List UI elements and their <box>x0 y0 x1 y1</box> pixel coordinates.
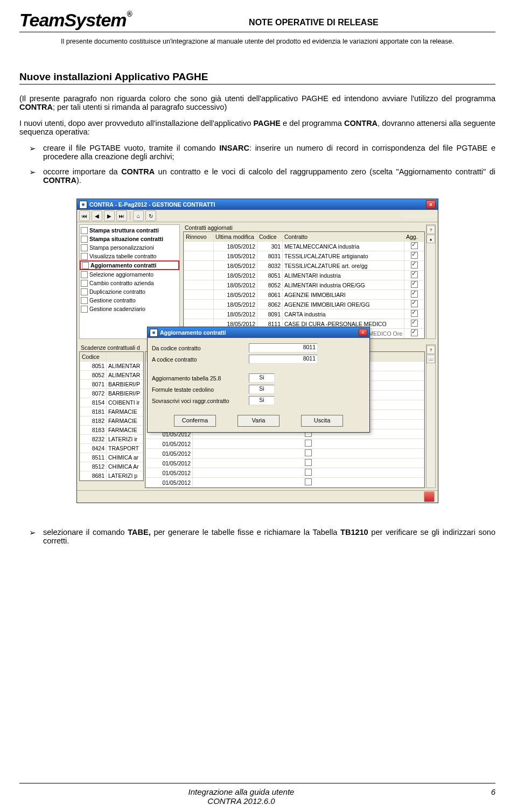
left-panel-item[interactable]: Visualizza tabelle contratto <box>80 252 179 260</box>
col-header[interactable]: Ultima modifica <box>214 232 257 242</box>
left-panel-label: Stampa personalizzazioni <box>89 244 154 251</box>
left-panel-item[interactable]: Stampa situazione contratti <box>80 235 179 243</box>
table-row[interactable]: 18/05/20128061AGENZIE IMMOBILIARI <box>184 290 424 300</box>
table-row[interactable]: 8071BARBIERI/P <box>80 380 143 389</box>
left-panel-item[interactable]: Duplicazione contratto <box>80 287 179 296</box>
table-row[interactable]: 8052ALIMENTAR <box>80 371 143 380</box>
checkbox-icon[interactable] <box>411 329 418 336</box>
table-row[interactable]: 8512CHIMICA Ar <box>80 462 143 471</box>
toolbar-refresh-icon[interactable]: ↻ <box>145 210 156 221</box>
table-row[interactable]: 8183FARMACIE <box>80 426 143 435</box>
toolbar-home-icon[interactable]: ⌂ <box>133 210 144 221</box>
checkbox-icon[interactable] <box>81 271 88 278</box>
table-row[interactable]: 01/05/2012 <box>146 468 424 478</box>
table-row[interactable]: 8072BARBIERI/P <box>80 389 143 398</box>
table-row[interactable]: 8511CHIMICA ar <box>80 453 143 462</box>
checkbox-icon[interactable] <box>305 478 312 485</box>
modal-input-agg258[interactable]: Si <box>249 373 275 383</box>
toolbar-last-icon[interactable]: ⏭ <box>116 210 127 221</box>
checkbox-icon[interactable] <box>81 280 88 287</box>
checkbox-icon[interactable] <box>81 227 88 234</box>
checkbox-icon[interactable] <box>81 288 88 295</box>
col-header[interactable]: Rinnovo <box>184 232 214 242</box>
checkbox-icon[interactable] <box>411 252 418 259</box>
modal-input-formule[interactable]: Si <box>249 385 275 394</box>
checkbox-icon[interactable] <box>305 440 312 447</box>
checkbox-icon[interactable] <box>411 291 418 298</box>
close-icon[interactable]: × <box>426 200 436 209</box>
modal-input-to[interactable]: 8011 <box>249 355 318 364</box>
checkbox-icon[interactable] <box>305 449 312 456</box>
table-row[interactable]: 01/05/2012 <box>146 458 424 468</box>
left-panel-label: Stampa situazione contratti <box>89 236 163 242</box>
table-row[interactable]: 01/05/2012 <box>146 439 424 449</box>
modal-label-sovra: Sovrascrivi voci raggr.contratto <box>152 398 249 404</box>
left-panel-item[interactable]: Aggiornamento contratti <box>80 260 179 270</box>
toolbar-first-icon[interactable]: ⏮ <box>79 210 90 221</box>
checkbox-icon[interactable] <box>411 262 418 269</box>
checkbox-icon[interactable] <box>81 236 88 243</box>
col-header[interactable]: Codice <box>257 232 283 242</box>
modal-confirm-button[interactable]: Conferma <box>174 415 216 427</box>
table-row[interactable]: 8154COIBENTI ir <box>80 398 143 407</box>
help-icon[interactable]: ? <box>427 225 435 234</box>
app-statusbar <box>77 490 438 503</box>
app-title: CONTRA - E-Pag2012 - GESTIONE CONTRATTI <box>89 201 426 208</box>
checkbox-icon[interactable] <box>81 306 88 313</box>
checkbox-icon[interactable] <box>81 297 88 304</box>
table-row[interactable]: 8424TRASPORT <box>80 444 143 453</box>
help-icon-2[interactable]: ? <box>427 345 435 354</box>
checkbox-icon[interactable] <box>305 459 312 466</box>
exit-icon[interactable] <box>424 491 435 502</box>
table-row[interactable]: 01/05/2012 <box>146 478 424 488</box>
checkbox-icon[interactable] <box>81 244 88 251</box>
checkbox-icon[interactable] <box>82 262 89 269</box>
table-row[interactable]: 18/05/2012301METALMECCANICA industria <box>184 242 424 251</box>
checkbox-icon[interactable] <box>411 242 418 249</box>
modal-titlebar[interactable]: ■ Aggiornamento contratti × <box>148 327 369 338</box>
logo-mark: ® <box>127 10 132 18</box>
checkbox-icon[interactable] <box>411 281 418 288</box>
checkbox-icon[interactable] <box>411 271 418 278</box>
table-row[interactable]: 01/05/2012 <box>146 449 424 458</box>
table-row[interactable]: 18/05/20128031TESSILI/CALZATURE artigian… <box>184 251 424 261</box>
up-arrow-icon[interactable]: ▴ <box>427 235 435 243</box>
checkbox-icon[interactable] <box>81 253 88 260</box>
table-row[interactable]: 18/05/20128052ALIMENTARI industria ORE/G… <box>184 280 424 290</box>
app-titlebar[interactable]: ■ CONTRA - E-Pag2012 - GESTIONE CONTRATT… <box>77 199 438 210</box>
col-header[interactable]: Codice <box>80 352 107 362</box>
table-row[interactable]: 8681LATERIZI p <box>80 471 143 481</box>
checkbox-icon[interactable] <box>411 320 418 327</box>
modal-input-from[interactable]: 8011 <box>249 343 318 352</box>
table-row[interactable]: 18/05/20128062AGENZIE IMMOBILIARI ORE/GG <box>184 300 424 309</box>
book-icon[interactable]: 📖 <box>427 355 435 363</box>
toolbar-prev-icon[interactable]: ◀ <box>92 210 102 221</box>
table-row[interactable]: 18/05/20128032TESSILI/CALZATURE art. ore… <box>184 261 424 271</box>
checkbox-icon[interactable] <box>411 300 418 307</box>
table-row[interactable]: 8181FARMACIE <box>80 407 143 416</box>
left-panel-item[interactable]: Stampa struttura contratti <box>80 226 179 235</box>
table-row[interactable]: 8232LATERIZI ir <box>80 435 143 444</box>
table-row[interactable]: 8051ALIMENTAR <box>80 362 143 371</box>
left-panel-item[interactable]: Gestione scadenziario <box>80 305 179 313</box>
left-panel-item[interactable]: Gestione contratto <box>80 296 179 305</box>
col-header[interactable]: Contratto <box>283 232 404 242</box>
col-header[interactable]: Agg. <box>404 232 424 242</box>
modal-input-sovra[interactable]: Si <box>249 396 275 405</box>
modal-close-icon[interactable]: × <box>359 329 367 336</box>
upper-grid[interactable]: RinnovoUltima modificaCodiceContrattoAgg… <box>183 231 425 339</box>
table-row[interactable]: 18/05/20128091CARTA industria <box>184 309 424 319</box>
left-panel: Stampa struttura contrattiStampa situazi… <box>79 224 180 339</box>
table-row[interactable]: 18/05/20128051ALIMENTARI industria <box>184 271 424 280</box>
lower-grid-left[interactable]: Codice8051ALIMENTAR8052ALIMENTAR8071BARB… <box>79 351 144 481</box>
checkbox-icon[interactable] <box>411 310 418 317</box>
table-row[interactable]: 8182FARMACIE <box>80 416 143 426</box>
checkbox-icon[interactable] <box>305 469 312 476</box>
left-panel-item[interactable]: Cambio contratto azienda <box>80 279 179 287</box>
modal-exit-button[interactable]: Uscita <box>301 415 343 427</box>
modal-vary-button[interactable]: Varia <box>237 415 280 427</box>
left-panel-item[interactable]: Stampa personalizzazioni <box>80 243 179 252</box>
upper-grid-sidebar: ? ▴ <box>426 224 436 339</box>
toolbar-next-icon[interactable]: ▶ <box>104 210 115 221</box>
left-panel-item[interactable]: Selezione aggiornamento <box>80 270 179 279</box>
